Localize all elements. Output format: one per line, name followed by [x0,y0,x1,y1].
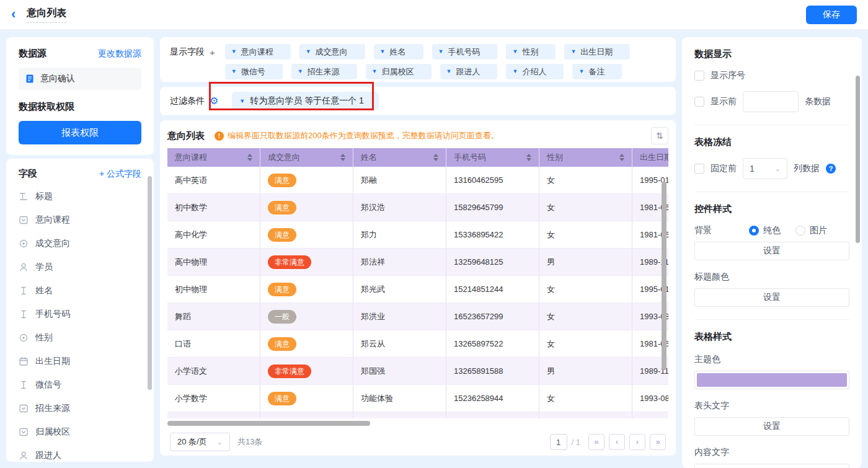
display-field-chip[interactable]: ▼招生来源 [291,64,357,79]
field-list-item[interactable]: 姓名 [19,279,154,302]
chevron-down-icon: ▼ [570,49,576,55]
prev-page-button[interactable]: ‹ [609,434,625,450]
satisfaction-badge: 一般 [268,310,296,324]
add-display-field-button[interactable]: + [210,47,215,58]
field-list-item[interactable]: 意向课程 [19,208,154,232]
table-header-row: 意向课程成交意向姓名手机号码性别出生日期 [167,148,668,167]
text-icon [19,309,29,319]
table-row: 舞蹈一般郑洪业16523657299女1993-08 [167,303,668,330]
chip-label: 出生日期 [580,46,613,58]
gear-icon[interactable]: ⚙ [210,96,218,106]
sort-order-button[interactable]: ⇅ [651,127,668,144]
show-first-checkbox[interactable] [694,97,704,107]
display-field-chip[interactable]: ▼出生日期 [564,44,630,60]
field-label: 归属校区 [35,426,70,438]
filter-condition-label: 转为意向学员 等于任意一个 1 [250,95,364,107]
bg-solid-radio[interactable] [749,226,759,236]
page-size-select[interactable]: 20 条/页 ⌄ [170,433,230,451]
save-button[interactable]: 保存 [806,6,857,24]
cell-name: 郑融 [353,167,446,193]
warning-icon: ! [215,131,224,141]
display-field-chip[interactable]: ▼跟进人 [440,64,498,79]
field-list-item[interactable]: 手机号码 [19,302,154,326]
chevron-down-icon: ▼ [380,49,386,55]
field-list-item[interactable]: 微信号 [19,373,154,397]
cell-intent: 满意 [260,385,353,412]
add-formula-field-link[interactable]: + 公式字段 [99,169,141,180]
column-sort-icon[interactable] [340,154,345,161]
cell-name: 郑洪业 [353,303,446,330]
sort-asc-icon [340,154,345,157]
field-list-item[interactable]: 招生来源 [19,397,154,420]
settings-scrollbar[interactable] [856,76,860,243]
table-vertical-scrollbar[interactable] [662,182,666,370]
change-datasource-link[interactable]: 更改数据源 [98,48,141,60]
field-list-item[interactable]: 归属校区 [19,420,154,444]
background-label: 背景 [694,225,727,236]
freeze-count-select[interactable]: 1 ⌄ [743,158,787,179]
page-number-input[interactable]: 1 [550,434,567,450]
field-list-item[interactable]: 成交意向 [19,232,154,255]
display-field-chip[interactable]: ▼归属校区 [366,64,432,79]
cell-name [353,412,446,418]
show-first-count-input[interactable] [743,91,799,112]
field-list-item[interactable]: 学员 [19,255,154,279]
column-label: 性别 [547,152,563,163]
header-text-setting-button[interactable]: 设置 [694,417,849,436]
display-field-chip[interactable]: ▼姓名 [374,44,423,60]
display-field-chip[interactable]: ▼手机号码 [432,44,498,60]
display-field-chip[interactable]: ▼介绍人 [506,64,564,79]
display-field-chip[interactable]: ▼成交意向 [299,44,365,60]
content-text-setting-button[interactable]: 设置 [694,464,849,468]
background-setting-button[interactable]: 设置 [694,242,849,260]
filter-condition-chip[interactable]: ▼ 转为意向学员 等于任意一个 1 [232,92,379,110]
column-label: 成交意向 [268,152,300,163]
cell-intent: 一般 [260,412,353,418]
table-row: 一般 [167,412,668,418]
datasource-item[interactable]: 意向确认 [19,68,141,90]
page-size-value: 20 条/页 [177,436,207,448]
column-sort-icon[interactable] [433,154,438,161]
column-sort-icon[interactable] [619,154,624,161]
field-list-item[interactable]: 性别 [19,326,154,350]
theme-color-picker[interactable] [694,371,849,389]
cell-gender: 男 [539,249,632,275]
report-permission-button[interactable]: 报表权限 [19,121,141,144]
display-field-chip[interactable]: ▼微信号 [225,64,283,79]
chip-label: 成交意向 [316,46,348,58]
field-list-item[interactable]: 跟进人 [19,444,154,462]
column-label: 意向课程 [175,152,207,163]
field-list-item[interactable]: 出生日期 [19,350,154,373]
cell-phone: 15336895422 [446,221,539,248]
cell-phone: 13265897522 [446,330,539,357]
cell-course: 小学数学 [167,385,260,412]
display-field-chip[interactable]: ▼备注 [572,64,622,79]
table-row: 初中物理满意郑光武15214851244女1995-01 [167,276,668,303]
person-icon [19,451,29,461]
title-color-setting-button[interactable]: 设置 [694,288,849,307]
cell-name: 郑力 [353,221,446,248]
back-icon[interactable]: ‹ [11,7,16,21]
cell-gender: 男 [539,358,632,384]
cell-course [167,412,260,418]
next-page-button[interactable]: › [629,434,645,450]
cell-name: 功能体验 [353,385,446,412]
datasource-title: 数据源 [19,48,46,60]
freeze-checkbox[interactable] [694,164,704,174]
display-field-chip[interactable]: ▼性别 [506,44,556,60]
field-list-item[interactable]: 标题 [19,185,154,208]
chip-label: 微信号 [241,66,265,77]
bg-image-radio[interactable] [795,226,805,236]
fields-scrollbar[interactable] [148,176,152,390]
table-row: 初中数学满意郑汉浩15829645799女1981-06 [167,194,668,221]
display-field-chip[interactable]: ▼意向课程 [225,44,291,60]
text-icon [19,286,29,296]
first-page-button[interactable]: « [588,434,604,450]
last-page-button[interactable]: » [650,434,666,450]
column-sort-icon[interactable] [247,154,252,161]
table-horizontal-scrollbar[interactable] [167,421,370,426]
column-sort-icon[interactable] [526,154,531,161]
display-field-chips: ▼意向课程▼成交意向▼姓名▼手机号码▼性别▼出生日期▼微信号▼招生来源▼归属校区… [225,44,666,75]
show-index-checkbox[interactable] [694,71,704,81]
help-icon[interactable]: ? [826,164,836,174]
